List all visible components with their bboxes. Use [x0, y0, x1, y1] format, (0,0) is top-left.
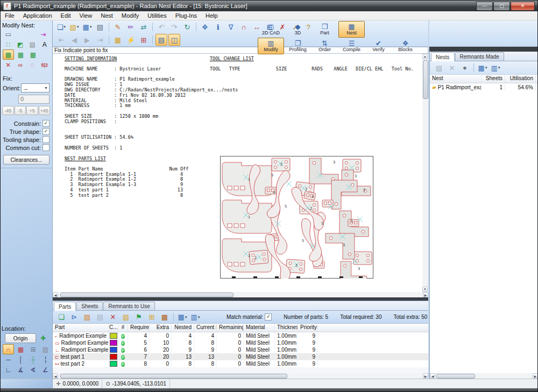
- next-sheet-icon[interactable]: ▶: [81, 34, 93, 46]
- stage-profiling[interactable]: ❐Profiling: [285, 38, 311, 54]
- array-parts-icon[interactable]: ▩: [27, 49, 39, 60]
- maximize-button[interactable]: ▢: [493, 2, 510, 11]
- column-header-#[interactable]: #: [118, 324, 128, 332]
- column-header-thickness[interactable]: Thickness: [275, 324, 298, 332]
- column-header-sheets[interactable]: Sheets: [482, 75, 505, 83]
- menu-nest[interactable]: Nest: [96, 12, 117, 19]
- column-header-nest[interactable]: Nest: [430, 75, 482, 83]
- stage-modify[interactable]: ▥Modify: [258, 38, 284, 54]
- table-row[interactable]: ⊏test part 1✓72013130Mild Steel1.00mm9: [53, 353, 428, 360]
- tab-nests[interactable]: Nests: [431, 52, 455, 61]
- menu-plugins[interactable]: Plug-Ins: [171, 12, 201, 19]
- commoncut-checkbox[interactable]: [43, 144, 49, 151]
- column-header-c[interactable]: C...: [109, 324, 118, 332]
- angle-measure-icon[interactable]: ∡: [15, 365, 26, 375]
- origin-cross-icon[interactable]: ✚: [40, 334, 46, 342]
- menu-file[interactable]: File: [1, 12, 19, 19]
- angle-step-minus5[interactable]: -5: [15, 106, 26, 115]
- move-vertex-icon[interactable]: ✥: [199, 21, 211, 33]
- rotate-part-icon[interactable]: ◌: [27, 60, 38, 70]
- split-ratio-icon[interactable]: 5|2: [39, 60, 51, 70]
- angle-input[interactable]: 0: [18, 95, 49, 104]
- column-header-part[interactable]: Part: [53, 324, 109, 332]
- print-icon[interactable]: ▤: [94, 21, 106, 33]
- pick-part-icon[interactable]: ◩: [15, 39, 26, 49]
- constrain-checkbox[interactable]: ✓: [43, 120, 49, 127]
- nest-preview-drawing[interactable]: 11122222333333445555: [220, 156, 373, 279]
- column-header-material[interactable]: Material: [244, 324, 275, 332]
- grid-red-icon[interactable]: ▦: [15, 344, 26, 354]
- mode-nest[interactable]: ▦Nest: [338, 21, 365, 38]
- menu-application[interactable]: Application: [19, 12, 56, 19]
- sheet-grid-icon[interactable]: ⊞: [138, 34, 150, 46]
- stage-order[interactable]: ⇅Order: [312, 38, 338, 54]
- clearances-button[interactable]: Clearances...: [3, 155, 49, 165]
- filter-icon[interactable]: ∇: [225, 21, 237, 33]
- last-sheet-icon[interactable]: ⇥: [94, 34, 106, 46]
- tab-sheets[interactable]: Sheets: [76, 302, 103, 310]
- snap-magnet-icon[interactable]: ∩: [238, 21, 250, 33]
- line-vertical-icon[interactable]: │: [15, 354, 26, 365]
- view-detail-icon[interactable]: ▥▾: [189, 311, 201, 323]
- link-parts-icon[interactable]: ∞: [15, 60, 26, 70]
- column-header-currentnest[interactable]: Current Nest: [194, 324, 217, 332]
- split-vertical-view-icon[interactable]: ◫: [168, 34, 180, 46]
- open-part-icon[interactable]: ▧: [120, 311, 132, 323]
- swap-view-icon[interactable]: ⇄: [138, 21, 150, 33]
- text-label-icon[interactable]: A: [39, 39, 51, 49]
- pencil-edit-icon[interactable]: ✎: [112, 21, 124, 33]
- delete-part-icon[interactable]: ✕: [3, 60, 14, 70]
- angle-step-plus5[interactable]: +5: [26, 106, 38, 115]
- stamp-part-icon[interactable]: ▩: [159, 311, 171, 323]
- view-detail-icon[interactable]: ▥▾: [490, 62, 501, 74]
- column-header-extra[interactable]: Extra: [150, 324, 172, 332]
- edit-part-icon[interactable]: ▨: [81, 311, 93, 323]
- info-icon[interactable]: ℹ: [212, 21, 224, 33]
- minimize-button[interactable]: —: [476, 2, 493, 11]
- nest-report-document[interactable]: SETTING INFORMATION MACHINE NAME : Bystr…: [53, 54, 422, 292]
- table-row[interactable]: ↤test part 2✓80880Mild Steel1.00mm9: [53, 360, 428, 367]
- redo-icon[interactable]: ↷: [168, 21, 180, 33]
- menu-utilities[interactable]: Utilities: [143, 12, 171, 19]
- document-horizontal-scrollbar[interactable]: ◀ ▶: [53, 292, 428, 297]
- tab-remnantstouse[interactable]: Remnants to Use: [103, 302, 154, 310]
- angle-free-icon[interactable]: ∠: [40, 365, 51, 375]
- table-row[interactable]: ▭Radimport Example 1-2✓510880Mild Steel1…: [53, 339, 428, 346]
- grid-fine-icon[interactable]: ⊞: [27, 344, 39, 354]
- import-part-icon[interactable]: ⊳: [68, 311, 80, 323]
- delete-part-icon[interactable]: ✕: [107, 311, 119, 323]
- exit-modify-icon[interactable]: ⇥: [38, 29, 49, 39]
- scatter-parts-icon[interactable]: ∷: [3, 39, 14, 49]
- angle-corner-icon[interactable]: ∟: [3, 365, 14, 375]
- table-row[interactable]: ⌐Radimport Example 1-1✓40440Mild Steel1.…: [53, 332, 428, 339]
- mode-3d[interactable]: ◆3D: [285, 21, 311, 38]
- origin-button[interactable]: Origin: [5, 333, 36, 343]
- copy-part-icon[interactable]: ▤: [94, 311, 106, 323]
- angle-step-plus45[interactable]: +45: [39, 106, 51, 115]
- delete-nest-icon[interactable]: ✕: [446, 62, 458, 74]
- mode-part[interactable]: ❒Part: [312, 21, 338, 38]
- trueshape-checkbox[interactable]: ✓: [43, 128, 49, 135]
- view-large-icon[interactable]: ▦▾: [176, 311, 188, 323]
- open-nest-icon[interactable]: ▧: [433, 62, 445, 74]
- tab-remnantsmade[interactable]: Remnants Made: [455, 52, 504, 61]
- prev-sheet-icon[interactable]: ◀: [68, 34, 80, 46]
- stage-blocks[interactable]: ❖Blocks: [392, 38, 419, 54]
- stage-verify[interactable]: ✔Verify: [365, 38, 392, 54]
- fix-part-icon[interactable]: ▭: [3, 29, 14, 39]
- column-header-remaining[interactable]: Remaining: [217, 324, 244, 332]
- nests-horizontal-scrollbar[interactable]: ◀ ▶: [430, 373, 538, 379]
- view-large-icon[interactable]: ▦▾: [477, 62, 489, 74]
- pair-parts-icon[interactable]: ▩: [15, 49, 26, 60]
- save-icon[interactable]: ▦▾: [81, 21, 93, 33]
- snap-origin-icon[interactable]: ∩: [3, 344, 14, 354]
- match-material-checkbox[interactable]: ✓: [265, 313, 272, 320]
- parts-horizontal-scrollbar[interactable]: ◀ ▶: [53, 373, 428, 379]
- flag-part-icon[interactable]: ⚑: [133, 311, 145, 323]
- tab-parts[interactable]: Parts: [54, 302, 76, 311]
- split-horizontal-view-icon[interactable]: ▤: [155, 34, 167, 46]
- new-part-icon[interactable]: ❏: [55, 311, 67, 323]
- column-header-nested[interactable]: Nested: [172, 324, 194, 332]
- line-horizontal-icon[interactable]: ─: [3, 354, 14, 365]
- close-button[interactable]: ✕: [511, 2, 535, 11]
